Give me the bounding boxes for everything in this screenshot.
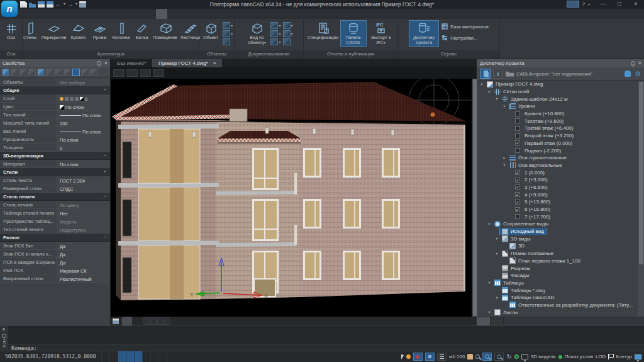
folder-button-icon[interactable] bbox=[567, 1, 579, 8]
drawing-canvas[interactable]: Z Y X bbox=[111, 79, 477, 317]
tree-item[interactable]: ▾ Пример ГОСТ 4.dwg bbox=[477, 81, 644, 88]
walls-button[interactable]: Стены bbox=[20, 20, 40, 42]
property-row[interactable]: Общие − bbox=[0, 86, 110, 94]
object-button[interactable]: Объект bbox=[201, 20, 221, 42]
project-panel-tab[interactable] bbox=[477, 317, 491, 325]
ribbon-tab[interactable] bbox=[122, 9, 133, 19]
expand-arrow-icon[interactable]: ▾ bbox=[494, 251, 500, 256]
settings-button[interactable]: Настройки... bbox=[441, 33, 489, 42]
visibility-checkbox[interactable] bbox=[515, 118, 520, 123]
column-button[interactable]: Колонна bbox=[111, 20, 132, 42]
visibility-checkbox[interactable] bbox=[515, 126, 520, 131]
snap-style-icon[interactable] bbox=[425, 353, 435, 361]
property-row[interactable]: Масштаб типа линий 100 bbox=[0, 119, 110, 127]
tree-item[interactable]: ▾ Таблицы nanoCAD bbox=[477, 294, 644, 302]
tree-item[interactable]: ▾ Оси вертикальные bbox=[477, 162, 644, 169]
close-icon[interactable]: × bbox=[104, 60, 108, 66]
viewport-icon[interactable] bbox=[521, 354, 528, 359]
status-toggle[interactable] bbox=[101, 351, 109, 362]
tree-item[interactable]: ▾ Сохраненные виды bbox=[477, 220, 644, 228]
property-row[interactable]: Стиль печати − bbox=[0, 193, 110, 201]
ribbon-tab[interactable] bbox=[111, 9, 122, 19]
ribbon-tab[interactable] bbox=[99, 9, 111, 19]
save-icon[interactable] bbox=[38, 1, 45, 8]
tree-item[interactable]: ✓ 5 (+13.800) bbox=[477, 198, 644, 206]
project-panel-tab[interactable] bbox=[491, 317, 504, 325]
tree-item[interactable]: ✓ 2 (+3.000) bbox=[477, 176, 644, 184]
property-row[interactable]: Объекты Нет набора bbox=[0, 78, 110, 86]
view-control-button[interactable] bbox=[140, 69, 151, 77]
layer-sun-icon[interactable] bbox=[65, 97, 69, 101]
property-row[interactable]: Визуальный стиль Реалистичный bbox=[0, 274, 110, 283]
expand-arrow-icon[interactable]: ▾ bbox=[486, 280, 492, 285]
layout-tab[interactable] bbox=[164, 317, 170, 325]
property-row[interactable]: Стили − bbox=[0, 168, 110, 176]
zoom-window-icon[interactable] bbox=[482, 353, 492, 361]
layer-print-icon[interactable] bbox=[75, 97, 79, 101]
nanocad-logo[interactable]: n bbox=[1, 1, 18, 17]
sync-database-icon[interactable] bbox=[625, 71, 631, 77]
visibility-checkbox[interactable] bbox=[515, 111, 520, 116]
ribbon-tab[interactable] bbox=[133, 9, 145, 19]
slab-button[interactable]: Перекрытие bbox=[41, 20, 67, 42]
ribbon-tab[interactable] bbox=[145, 9, 156, 19]
collapse-icon[interactable]: − bbox=[104, 152, 110, 159]
contour-label[interactable]: Контур bbox=[616, 354, 632, 359]
status-toggle[interactable] bbox=[118, 351, 126, 362]
cadlib-panel-button[interactable]: Панель CADlib bbox=[340, 20, 367, 47]
property-row[interactable]: Знак ПСК Вкл Да bbox=[0, 242, 110, 250]
visibility-checkbox[interactable]: ✓ bbox=[515, 178, 520, 183]
visibility-checkbox[interactable]: ✓ bbox=[515, 140, 520, 145]
property-value[interactable]: Нет набора bbox=[57, 78, 110, 86]
roof-button[interactable]: Кровля bbox=[68, 20, 89, 42]
property-row[interactable]: Прозрачность По слою bbox=[0, 135, 110, 144]
expand-arrow-icon[interactable]: ▾ bbox=[486, 310, 492, 315]
select-icon[interactable] bbox=[11, 69, 18, 76]
close-tab-icon[interactable]: × bbox=[213, 59, 216, 68]
expand-arrow-icon[interactable]: ▾ bbox=[494, 236, 500, 241]
reset-selection-icon[interactable] bbox=[81, 69, 89, 76]
undo-icon[interactable]: ← bbox=[55, 1, 62, 8]
ribbon-tab[interactable] bbox=[77, 9, 88, 19]
tree-item[interactable]: ▾ Планы поэтажные bbox=[477, 250, 644, 257]
property-value[interactable]: По слою bbox=[57, 127, 110, 135]
tree-item[interactable]: ▾ Листы bbox=[477, 308, 644, 316]
open-file-icon[interactable] bbox=[29, 1, 36, 8]
doc-tool-icon[interactable] bbox=[283, 30, 291, 37]
property-value[interactable]: Да bbox=[57, 250, 110, 257]
building-structure-icon[interactable] bbox=[480, 69, 491, 79]
undo-dropdown-icon[interactable]: ▾ bbox=[64, 1, 65, 8]
tree-item[interactable]: Третий этаж (+6.400) bbox=[477, 125, 644, 132]
record-toggle-icon[interactable] bbox=[413, 353, 423, 361]
tree-item[interactable]: ✓ 3 (+6.600) bbox=[477, 184, 644, 191]
tree-item[interactable]: Техэтаж (+9.600) bbox=[477, 117, 644, 125]
visibility-checkbox[interactable]: ✓ bbox=[515, 184, 520, 189]
redo-icon[interactable]: → bbox=[67, 1, 74, 8]
beam-button[interactable]: Балка bbox=[133, 20, 152, 42]
status-toggle[interactable] bbox=[158, 351, 167, 362]
gear-icon[interactable]: ⚙ bbox=[635, 71, 641, 77]
locate-icon[interactable] bbox=[514, 354, 519, 359]
property-value[interactable]: Да bbox=[57, 242, 110, 249]
tree-item[interactable]: Подвал (-2.200) bbox=[477, 147, 644, 154]
visibility-checkbox[interactable]: ✓ bbox=[515, 200, 520, 205]
layout-tab[interactable] bbox=[150, 317, 157, 325]
tree-item[interactable]: Исходный вид bbox=[477, 228, 644, 235]
collapse-icon[interactable]: − bbox=[104, 168, 110, 176]
help-button[interactable]: ? bbox=[582, 1, 585, 7]
property-value[interactable]: Нет bbox=[57, 209, 110, 217]
property-value[interactable]: Модель bbox=[57, 217, 110, 225]
property-row[interactable]: Тип линий По слою bbox=[0, 111, 110, 119]
property-value[interactable]: 0 bbox=[57, 144, 110, 151]
status-toggle[interactable] bbox=[126, 351, 134, 362]
property-row[interactable]: 3D-визуализация − bbox=[0, 152, 110, 160]
tree-item[interactable]: ▾ Сетки осей bbox=[477, 88, 644, 96]
layer-on-icon[interactable] bbox=[60, 97, 64, 101]
ribbon-tab[interactable] bbox=[156, 9, 167, 19]
property-row[interactable]: Таблица стилей печати Нет bbox=[0, 209, 110, 217]
property-row[interactable]: Имя ПСК Мировая СК bbox=[0, 266, 110, 274]
property-row[interactable]: Слой 0 bbox=[0, 94, 110, 103]
redo-dropdown-icon[interactable]: ▾ bbox=[75, 1, 77, 8]
lighting-icon[interactable] bbox=[406, 354, 411, 359]
view-control-button[interactable] bbox=[153, 69, 164, 77]
